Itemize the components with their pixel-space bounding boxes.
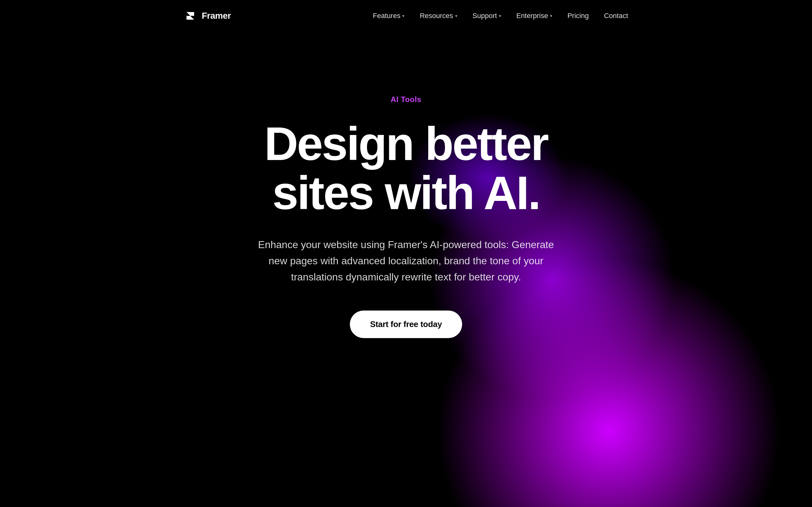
nav-item-features[interactable]: Features ▾ bbox=[373, 12, 405, 20]
chevron-down-icon: ▾ bbox=[402, 13, 404, 18]
nav-links: Features ▾ Resources ▾ Support ▾ Enterpr… bbox=[373, 12, 628, 20]
nav-item-resources[interactable]: Resources ▾ bbox=[420, 12, 457, 20]
nav-item-enterprise[interactable]: Enterprise ▾ bbox=[516, 12, 552, 20]
framer-logo-icon bbox=[184, 9, 197, 22]
navbar: Framer Features ▾ Resources ▾ Support ▾ … bbox=[0, 0, 812, 32]
cta-button[interactable]: Start for free today bbox=[350, 311, 462, 338]
nav-item-support[interactable]: Support ▾ bbox=[473, 12, 501, 20]
chevron-down-icon: ▾ bbox=[499, 13, 501, 18]
logo[interactable]: Framer bbox=[184, 9, 231, 22]
chevron-down-icon: ▾ bbox=[455, 13, 457, 18]
ai-badge: AI Tools bbox=[391, 95, 421, 104]
nav-item-contact[interactable]: Contact bbox=[604, 12, 628, 20]
hero-subtitle: Enhance your website using Framer's AI-p… bbox=[247, 237, 565, 285]
brand-name: Framer bbox=[202, 11, 231, 21]
hero-section: AI Tools Design better sites with AI. En… bbox=[0, 57, 812, 338]
nav-item-pricing[interactable]: Pricing bbox=[567, 12, 589, 20]
chevron-down-icon: ▾ bbox=[550, 13, 552, 18]
hero-title: Design better sites with AI. bbox=[264, 119, 548, 218]
